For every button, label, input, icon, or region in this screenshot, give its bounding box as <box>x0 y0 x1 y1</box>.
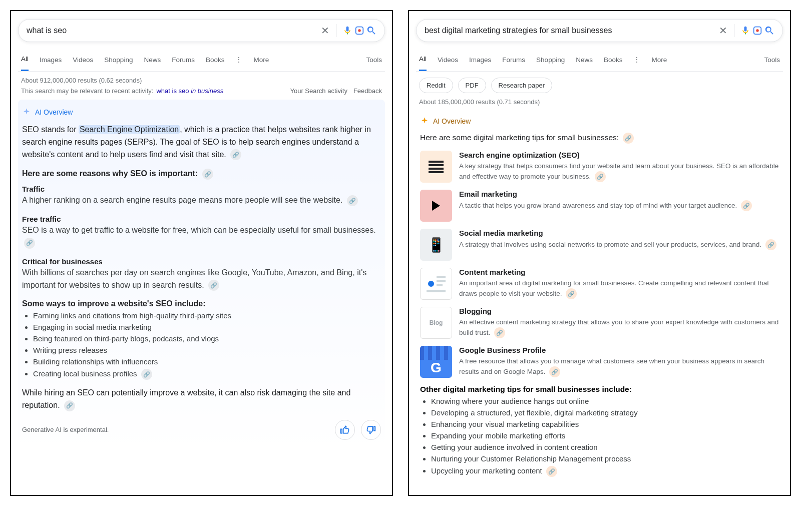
citation-icon[interactable]: 🔗 <box>347 195 358 206</box>
tools-button[interactable]: Tools <box>366 56 382 64</box>
tab-books[interactable]: Books <box>206 49 225 71</box>
tip-title: Content marketing <box>459 268 779 276</box>
tab-videos[interactable]: Videos <box>438 49 458 71</box>
tools-button[interactable]: Tools <box>764 56 780 64</box>
search-input[interactable] <box>26 26 319 36</box>
tip-item: G Google Business Profile A free resourc… <box>420 346 779 378</box>
citation-icon[interactable]: 🔗 <box>566 288 577 299</box>
tip-thumb-seo <box>420 151 452 183</box>
citation-icon[interactable]: 🔗 <box>765 239 776 250</box>
mic-icon[interactable] <box>341 25 353 37</box>
tabs-row: All Videos Images Forums Shopping News B… <box>416 48 783 72</box>
citation-icon[interactable]: 🔗 <box>741 200 752 211</box>
thumbs-up-button[interactable] <box>335 420 355 440</box>
clear-icon[interactable]: ✕ <box>717 25 729 37</box>
list-item: Developing a structured, yet flexible, d… <box>431 408 779 417</box>
citation-icon[interactable]: 🔗 <box>623 133 634 144</box>
svg-rect-8 <box>427 290 446 292</box>
tab-shopping[interactable]: Shopping <box>104 49 133 71</box>
tab-all[interactable]: All <box>419 48 427 71</box>
divider <box>734 24 734 37</box>
thumbs-down-button[interactable] <box>361 420 381 440</box>
tab-forums[interactable]: Forums <box>502 49 525 71</box>
tab-forums[interactable]: Forums <box>172 49 195 71</box>
svg-rect-5 <box>437 276 446 278</box>
list-item: Earning links and citations from high-qu… <box>33 311 381 320</box>
clear-icon[interactable]: ✕ <box>319 25 331 37</box>
search-icon[interactable] <box>763 25 775 37</box>
search-bar[interactable]: ✕ <box>416 19 783 42</box>
tab-more[interactable]: More <box>253 49 269 71</box>
reason-title: Traffic <box>22 185 381 193</box>
ways-list: Earning links and citations from high-qu… <box>33 311 381 380</box>
lens-icon[interactable] <box>353 25 365 37</box>
tip-thumb-social: 📱 <box>420 229 452 261</box>
list-item: Getting your audience involved in conten… <box>431 443 779 451</box>
tab-more[interactable]: More <box>651 49 667 71</box>
citation-icon[interactable]: 🔗 <box>595 171 606 182</box>
list-item: Building relationships with influencers <box>33 357 381 366</box>
tip-item: Blog Blogging An effective content marke… <box>420 307 779 339</box>
mic-icon[interactable] <box>739 25 751 37</box>
list-item: Creating local business profiles 🔗 <box>33 369 381 380</box>
citation-icon[interactable]: 🔗 <box>202 169 213 180</box>
search-icon[interactable] <box>365 25 377 37</box>
lens-icon[interactable] <box>751 25 763 37</box>
list-item: Nurturing your Customer Relationship Man… <box>431 454 779 463</box>
ways-heading: Some ways to improve a website's SEO inc… <box>22 299 381 308</box>
chip-pdf[interactable]: PDF <box>458 78 486 93</box>
list-item: Engaging in social media marketing <box>33 323 381 331</box>
search-input[interactable] <box>424 26 717 36</box>
list-item: Being featured on third-party blogs, pod… <box>33 334 381 343</box>
tip-desc: A strategy that involves using social ne… <box>459 239 776 250</box>
citation-icon[interactable]: 🔗 <box>64 400 75 411</box>
svg-point-3 <box>756 29 759 32</box>
tip-thumb-google: G <box>420 346 452 378</box>
other-tips-heading: Other digital marketing tips for small b… <box>420 385 779 394</box>
panel-right: ✕ All Videos Images Forums Shopping News… <box>408 10 791 496</box>
tip-title: Blogging <box>459 307 779 315</box>
tab-news[interactable]: News <box>576 49 593 71</box>
feedback-link[interactable]: Feedback <box>353 87 382 95</box>
divider <box>336 24 336 37</box>
overview-summary: SEO stands for Search Engine Optimizatio… <box>22 124 381 161</box>
tip-thumb-email <box>420 190 452 222</box>
reason-title: Critical for businesses <box>22 257 381 266</box>
tab-all[interactable]: All <box>21 48 29 71</box>
chip-research[interactable]: Research paper <box>491 78 553 93</box>
filter-chips: Reddit PDF Research paper <box>419 78 780 93</box>
tab-images[interactable]: Images <box>469 49 491 71</box>
ai-overview-label: AI Overview <box>433 117 471 125</box>
more-menu-icon[interactable]: ⋮ <box>235 56 242 64</box>
tip-item: 📱 Social media marketing A strategy that… <box>420 229 779 261</box>
citation-icon[interactable]: 🔗 <box>24 238 35 249</box>
activity-row: This search may be relevant to recent ac… <box>21 87 382 95</box>
more-menu-icon[interactable]: ⋮ <box>633 56 640 64</box>
tab-shopping[interactable]: Shopping <box>536 49 565 71</box>
search-bar[interactable]: ✕ <box>18 19 385 42</box>
tab-news[interactable]: News <box>144 49 161 71</box>
citation-icon[interactable]: 🔗 <box>546 466 557 477</box>
search-activity-link[interactable]: Your Search activity <box>290 87 347 95</box>
citation-icon[interactable]: 🔗 <box>230 149 241 160</box>
list-item: Expanding your mobile marketing efforts <box>431 431 779 440</box>
tab-images[interactable]: Images <box>40 49 62 71</box>
svg-point-1 <box>358 29 361 32</box>
tip-item: Email marketing A tactic that helps you … <box>420 190 779 222</box>
reason-title: Free traffic <box>22 215 381 223</box>
chip-reddit[interactable]: Reddit <box>419 78 453 93</box>
citation-icon[interactable]: 🔗 <box>549 366 560 377</box>
reason-text: A higher ranking on a search engine resu… <box>22 194 381 207</box>
citation-icon[interactable]: 🔗 <box>208 280 219 291</box>
sparkle-icon <box>22 108 31 117</box>
tip-title: Search engine optimization (SEO) <box>459 151 779 159</box>
reason-text: SEO is a way to get traffic to a website… <box>22 224 381 249</box>
results-count: About 912,000,000 results (0.62 seconds) <box>21 77 385 84</box>
citation-icon[interactable]: 🔗 <box>494 327 505 338</box>
citation-icon[interactable]: 🔗 <box>141 369 152 380</box>
tab-videos[interactable]: Videos <box>73 49 93 71</box>
activity-link[interactable]: what is seo in business <box>156 87 223 95</box>
tab-books[interactable]: Books <box>604 49 623 71</box>
ai-overview-label: AI Overview <box>35 108 73 116</box>
reasons-heading: Here are some reasons why SEO is importa… <box>22 169 381 180</box>
